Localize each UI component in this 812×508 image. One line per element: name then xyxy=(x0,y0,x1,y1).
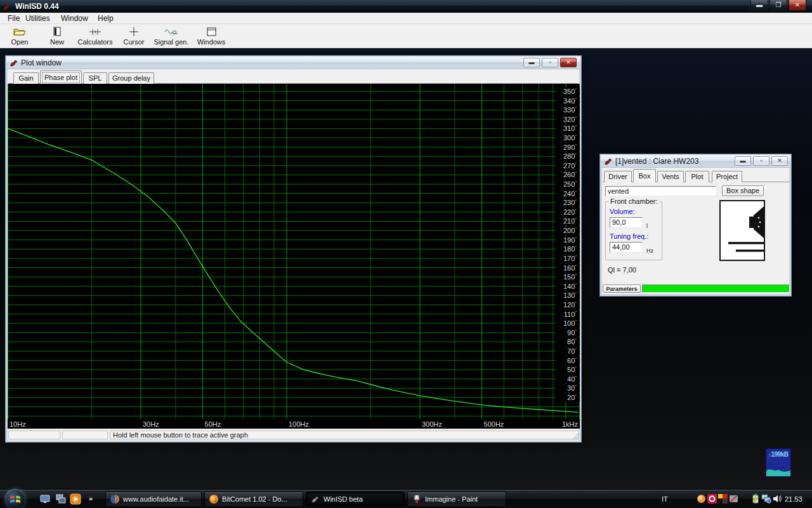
gadget-traffic-label: ↓199kB xyxy=(768,451,788,458)
svg-text:120´: 120´ xyxy=(563,301,577,309)
plot-minimize-button[interactable]: ▬ xyxy=(523,58,540,67)
tray-volume-icon[interactable] xyxy=(773,494,782,504)
task-winisd[interactable]: WinISD beta xyxy=(306,491,405,507)
box-shape-button[interactable]: Box shape xyxy=(722,185,764,196)
tab-spl[interactable]: SPL xyxy=(83,72,107,84)
cursor-button[interactable]: Cursor xyxy=(119,25,148,47)
tray-red-o-icon[interactable] xyxy=(707,494,717,504)
main-window-titlebar[interactable]: WinISD 0.44 ▬ ❐ ✕ xyxy=(0,0,812,13)
menu-bar: File Utilities Window Help xyxy=(0,13,812,24)
menu-window[interactable]: Window xyxy=(57,13,92,23)
tab-gain[interactable]: Gain xyxy=(13,72,39,84)
svg-text:300´: 300´ xyxy=(563,134,577,142)
box-window-title: [1]vented : Ciare HW203 xyxy=(615,157,698,166)
signal-gen-label: Signal gen. xyxy=(152,38,190,46)
plot-window[interactable]: Plot window ▬ ▫ ✕ Gain Phase plot SPL Gr… xyxy=(5,55,582,443)
menu-utilities[interactable]: Utilities xyxy=(22,13,54,23)
tab-phase-plot[interactable]: Phase plot xyxy=(40,70,82,84)
tray-disabled-icon[interactable] xyxy=(729,494,738,504)
box-window-titlebar[interactable]: [1]vented : Ciare HW203 ▬ ▫ ✕ xyxy=(601,155,790,168)
box-window[interactable]: [1]vented : Ciare HW203 ▬ ▫ ✕ Driver Box… xyxy=(599,154,792,297)
tab-box[interactable]: Box xyxy=(633,169,656,182)
signal-gen-button[interactable]: Signal gen. xyxy=(152,25,190,47)
phase-plot-canvas[interactable]: 20´30´40´50´60´70´80´90´100´110´120´130´… xyxy=(8,84,580,429)
box-close-button[interactable]: ✕ xyxy=(771,156,788,166)
svg-text:330´: 330´ xyxy=(563,106,577,114)
task-paint[interactable]: Immagine - Paint xyxy=(407,491,506,507)
svg-text:40´: 40´ xyxy=(567,375,577,383)
language-indicator[interactable]: IT xyxy=(662,495,668,503)
svg-text:70´: 70´ xyxy=(567,347,577,355)
menu-file[interactable]: File xyxy=(4,13,23,23)
minimize-button[interactable]: ▬ xyxy=(750,0,768,11)
svg-text:50Hz: 50Hz xyxy=(205,420,221,428)
task-firefox[interactable]: www.audiofaidate.it... xyxy=(105,491,202,507)
restore-button[interactable]: ❐ xyxy=(769,0,787,11)
open-folder-icon xyxy=(5,25,34,37)
tab-driver[interactable]: Driver xyxy=(604,171,632,182)
cursor-label: Cursor xyxy=(119,38,148,46)
start-button[interactable] xyxy=(5,489,25,508)
quicklaunch-chevron-icon[interactable]: » xyxy=(89,495,93,502)
calculators-button[interactable]: Calculators xyxy=(76,25,114,47)
tab-plot[interactable]: Plot xyxy=(685,171,709,182)
svg-text:280´: 280´ xyxy=(563,152,577,160)
plot-close-button[interactable]: ✕ xyxy=(560,58,577,67)
show-desktop-icon[interactable] xyxy=(39,493,51,505)
tray-color-grid-icon[interactable] xyxy=(718,494,728,504)
task-bitcomet[interactable]: BitComet 1.02 - Do... xyxy=(204,491,303,507)
svg-text:130´: 130´ xyxy=(563,291,577,299)
tray-power-icon[interactable] xyxy=(750,493,760,504)
plot-status-message: Hold left mouse button to trace active g… xyxy=(110,431,579,439)
box-restore-button[interactable]: ▫ xyxy=(753,156,769,166)
svg-text:500Hz: 500Hz xyxy=(484,420,504,428)
svg-text:230´: 230´ xyxy=(563,199,577,206)
svg-text:340´: 340´ xyxy=(563,97,577,105)
svg-text:50´: 50´ xyxy=(567,366,577,373)
speaker-box-diagram xyxy=(721,201,764,260)
open-button[interactable]: Open xyxy=(5,25,34,47)
speaker-cone xyxy=(754,206,764,238)
bitcomet-icon xyxy=(209,494,219,504)
front-chamber-group: Front chamber: Volume: 90,0 l Tuning fre… xyxy=(605,201,662,260)
svg-text:290´: 290´ xyxy=(563,144,577,151)
windows-button[interactable]: Windows xyxy=(195,25,227,47)
svg-text:30´: 30´ xyxy=(567,384,577,392)
plot-window-titlebar[interactable]: Plot window ▬ ▫ ✕ xyxy=(6,57,580,69)
box-status-bar: Parameters xyxy=(603,284,790,293)
new-button[interactable]: New xyxy=(44,25,70,47)
svg-text:200´: 200´ xyxy=(563,227,577,234)
media-player-icon[interactable] xyxy=(70,493,81,505)
resize-grip[interactable] xyxy=(572,432,580,440)
tray-network-icon[interactable] xyxy=(761,494,771,504)
svg-text:240´: 240´ xyxy=(563,190,577,197)
tab-project[interactable]: Project xyxy=(712,171,742,182)
windows-flag-icon xyxy=(10,493,21,505)
svg-text:140´: 140´ xyxy=(563,283,577,290)
tab-group-delay[interactable]: Group delay xyxy=(108,72,154,84)
task-label: WinISD beta xyxy=(324,495,363,503)
gadget-traffic-chart xyxy=(766,462,790,476)
box-minimize-button[interactable]: ▬ xyxy=(735,156,751,166)
windows-label: Windows xyxy=(195,38,227,46)
volume-input[interactable]: 90,0 xyxy=(610,217,643,228)
project-name-input[interactable]: vented xyxy=(605,186,717,196)
tuning-freq-input[interactable]: 44,00 xyxy=(610,242,643,253)
ql-value-text: Ql = 7,00 xyxy=(608,266,636,274)
cursor-crosshair-icon xyxy=(119,25,148,37)
plot-status-panel-2 xyxy=(62,431,108,439)
tray-bitcomet-icon[interactable] xyxy=(697,494,706,504)
volume-label: Volume: xyxy=(610,208,635,215)
svg-text:310´: 310´ xyxy=(563,124,577,132)
new-document-icon xyxy=(44,25,70,37)
svg-text:320´: 320´ xyxy=(563,116,577,123)
menu-help[interactable]: Help xyxy=(94,13,117,23)
close-button[interactable]: ✕ xyxy=(789,0,806,11)
network-monitor-gadget[interactable]: ↓199kB xyxy=(766,448,791,477)
tab-vents[interactable]: Vents xyxy=(657,171,684,182)
box-shape-drawing xyxy=(719,200,765,261)
plot-restore-button[interactable]: ▫ xyxy=(542,58,558,67)
switch-windows-icon[interactable] xyxy=(55,493,67,505)
clock[interactable]: 21.53 xyxy=(785,495,802,503)
parameters-panel[interactable]: Parameters xyxy=(603,284,641,293)
